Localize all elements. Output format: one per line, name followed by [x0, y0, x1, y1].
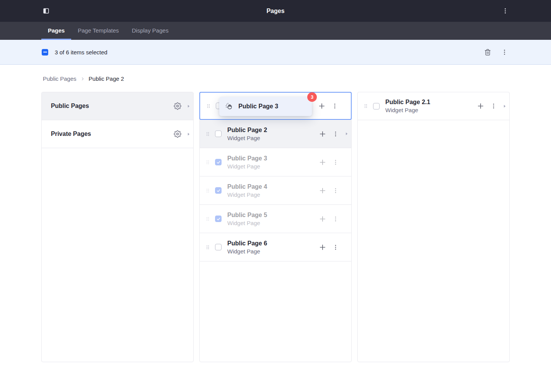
- page-set-settings-button[interactable]: [171, 127, 184, 140]
- page-type-label: Widget Page: [227, 163, 267, 170]
- page-set-row-public-pages[interactable]: Public Pages: [42, 92, 193, 120]
- page-set-actions: [171, 127, 192, 140]
- page-set-title: Private Pages: [51, 131, 91, 137]
- add-child-page-button[interactable]: [316, 156, 329, 169]
- chevron-right-icon: [184, 132, 192, 137]
- product-menu-toggle-button[interactable]: [41, 6, 51, 16]
- plus-icon: [477, 102, 484, 110]
- add-child-page-button[interactable]: [316, 212, 329, 225]
- breadcrumb-item-public-pages[interactable]: Public Pages: [43, 75, 77, 82]
- page-type-label: Widget Page: [227, 248, 267, 255]
- kebab-menu-icon: [333, 216, 339, 222]
- row-checkbox-checked[interactable]: [215, 187, 222, 194]
- drop-target-row[interactable]: Public Page 3 3: [199, 92, 352, 120]
- page-type-label: Widget Page: [227, 191, 267, 199]
- row-actions: [316, 241, 350, 254]
- row-options-button[interactable]: [329, 184, 342, 197]
- management-bar: 3 of 6 items selected: [0, 40, 551, 65]
- row-checkbox-checked[interactable]: [215, 159, 222, 165]
- page-row-public-page-2-1[interactable]: Public Page 2.1 Widget Page: [358, 92, 509, 120]
- tab-bar: Pages Page Templates Display Pages: [0, 22, 551, 40]
- row-checkbox[interactable]: [215, 244, 222, 250]
- add-child-page-button[interactable]: [316, 184, 329, 197]
- kebab-menu-icon: [333, 188, 339, 194]
- page-row-public-page-6[interactable]: Public Page 6 Widget Page: [200, 233, 351, 261]
- chevron-right-icon: [342, 131, 350, 136]
- breadcrumb: Public Pages Public Page 2: [0, 65, 551, 82]
- pages-column: Public Page 3 3 Public Page 2 Widget Pag…: [199, 92, 352, 362]
- selection-count-label: 3 of 6 items selected: [55, 49, 108, 56]
- drag-handle-icon[interactable]: [205, 159, 210, 165]
- row-options-button[interactable]: [329, 156, 342, 169]
- add-child-page-button[interactable]: [315, 100, 328, 113]
- tab-pages[interactable]: Pages: [41, 22, 71, 40]
- kebab-menu-icon: [333, 131, 339, 137]
- page-title: Public Page 2: [227, 126, 267, 134]
- row-checkbox-checked[interactable]: [215, 216, 222, 222]
- check-icon: [216, 217, 221, 221]
- add-child-page-button[interactable]: [316, 127, 329, 140]
- grab-cursor-icon: [225, 102, 233, 111]
- page-row-public-page-2[interactable]: Public Page 2 Widget Page: [200, 120, 351, 148]
- row-checkbox[interactable]: [373, 103, 380, 109]
- select-all-checkbox[interactable]: [42, 49, 48, 56]
- plus-icon: [319, 187, 326, 194]
- drag-handle-icon[interactable]: [205, 244, 210, 250]
- tab-page-templates[interactable]: Page Templates: [71, 22, 125, 40]
- drag-handle-icon[interactable]: [205, 188, 210, 194]
- check-icon: [216, 160, 221, 165]
- top-bar: Pages: [0, 0, 551, 22]
- delete-selected-button[interactable]: [482, 47, 493, 57]
- row-checkbox[interactable]: [215, 131, 222, 137]
- row-actions: [316, 127, 350, 140]
- page-sets-column: Public Pages Private Pages: [41, 92, 194, 362]
- selection-options-button[interactable]: [499, 47, 510, 57]
- page-set-actions: [171, 100, 192, 113]
- kebab-menu-icon: [333, 159, 339, 165]
- page-type-label: Widget Page: [227, 134, 267, 142]
- header-options-button[interactable]: [500, 6, 510, 16]
- page-row-text: Public Page 6 Widget Page: [227, 239, 267, 255]
- drag-handle-icon[interactable]: [205, 216, 210, 222]
- page-title: Pages: [0, 8, 551, 15]
- drag-count-badge: 3: [307, 92, 317, 102]
- drag-handle-icon[interactable]: [205, 131, 210, 137]
- gear-icon: [174, 130, 181, 138]
- kebab-menu-icon: [502, 8, 509, 14]
- page-row-public-page-3[interactable]: Public Page 3 Widget Page: [200, 148, 351, 176]
- page-row-public-page-4[interactable]: Public Page 4 Widget Page: [200, 176, 351, 205]
- row-options-button[interactable]: [329, 212, 342, 225]
- page-row-public-page-5[interactable]: Public Page 5 Widget Page: [200, 205, 351, 233]
- row-actions: [316, 212, 350, 225]
- chevron-right-icon: [500, 104, 509, 109]
- drag-ghost-label: Public Page 3: [238, 103, 278, 110]
- row-actions: [316, 156, 350, 169]
- check-icon: [216, 188, 221, 193]
- drag-ghost: Public Page 3 3: [219, 97, 312, 116]
- page-title: Public Page 6: [227, 239, 267, 247]
- row-actions: [315, 100, 350, 113]
- tab-display-pages[interactable]: Display Pages: [126, 22, 175, 40]
- row-options-button[interactable]: [487, 100, 500, 113]
- row-options-button[interactable]: [329, 127, 342, 140]
- pages-admin-screen: Pages Pages Page Templates Display Pages…: [0, 0, 551, 392]
- management-actions: [482, 47, 510, 57]
- drag-handle-icon[interactable]: [206, 103, 211, 109]
- page-set-row-private-pages[interactable]: Private Pages: [42, 120, 193, 148]
- page-type-label: Widget Page: [227, 219, 267, 227]
- page-set-settings-button[interactable]: [171, 100, 184, 113]
- row-options-button[interactable]: [329, 241, 342, 254]
- row-options-button[interactable]: [328, 100, 341, 113]
- page-type-label: Widget Page: [385, 106, 430, 114]
- miller-columns: Public Pages Private Pages: [41, 92, 510, 362]
- chevron-right-icon: [81, 77, 85, 81]
- add-child-page-button[interactable]: [474, 100, 487, 113]
- plus-icon: [319, 215, 326, 223]
- page-title: Public Page 4: [227, 183, 267, 191]
- child-pages-column: Public Page 2.1 Widget Page: [357, 92, 510, 362]
- kebab-menu-icon: [501, 49, 508, 56]
- plus-icon: [319, 158, 326, 166]
- page-row-text: Public Page 3 Widget Page: [227, 154, 267, 170]
- add-child-page-button[interactable]: [316, 241, 329, 254]
- drag-handle-icon[interactable]: [363, 103, 368, 109]
